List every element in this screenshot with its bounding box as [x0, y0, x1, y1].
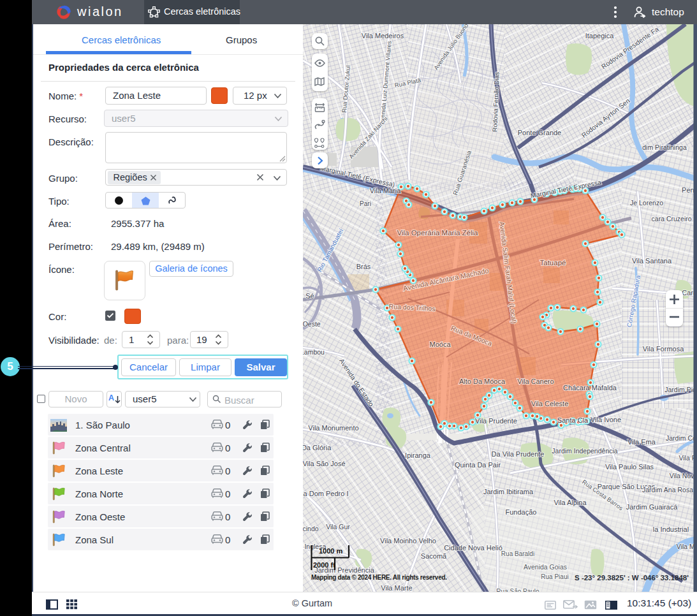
svg-text:Itapegica: Itapegica [585, 32, 615, 40]
svg-text:Jardim Ana Rosa: Jardim Ana Rosa [642, 486, 693, 494]
svg-text:Vila Canero: Vila Canero [517, 378, 554, 385]
svg-text:Vila Dom Pedro I: Vila Dom Pedro I [303, 490, 348, 497]
svg-text:Da Vila Prudente: Da Vila Prudente [492, 450, 545, 458]
svg-text:Tatuapé: Tatuapé [540, 259, 566, 267]
svg-text:Ponte Grande: Ponte Grande [518, 129, 562, 136]
svg-text:Mapping data © 2024 HERE. All: Mapping data © 2024 HERE. All rights res… [311, 574, 447, 581]
svg-text:m Da Glória: m Da Glória [303, 444, 332, 451]
svg-text:Vila Nova: Vila Nova [670, 472, 697, 480]
svg-text:2000 ft: 2000 ft [313, 561, 335, 569]
svg-text:Rua Piaui: Rua Piaui [541, 573, 568, 580]
svg-text:Jardim Guairacá: Jardim Guairacá [626, 503, 679, 511]
svg-text:Brás: Brás [356, 263, 371, 270]
svg-text:Cidade Nova Helió: Cidade Nova Helió [444, 544, 503, 552]
svg-text:Vila Medeiros: Vila Medeiros [362, 32, 404, 40]
svg-text:Vila Santana: Vila Santana [632, 257, 672, 265]
svg-text:Lambou: Lambou [303, 348, 325, 356]
svg-text:Vila Formosa: Vila Formosa [643, 345, 684, 353]
svg-text:S -23° 29.3825' : W -046° 33.1: S -23° 29.3825' : W -046° 33.1848' [575, 574, 689, 582]
svg-text:Vila Alpina: Vila Alpina [554, 499, 587, 506]
svg-text:Vila Ivone: Vila Ivone [591, 416, 621, 423]
svg-text:Moóca: Moóca [429, 341, 451, 348]
svg-text:Vila Prudente: Vila Prudente [475, 417, 517, 425]
svg-text:Sacomã: Sacomã [421, 552, 447, 560]
svg-text:Alto Da Móoca: Alto Da Móoca [459, 378, 506, 385]
svg-text:Vila Maria: Vila Maria [370, 187, 402, 194]
svg-text:Vila Marte: Vila Marte [381, 584, 412, 592]
svg-text:Chácara Mafalda: Chácara Mafalda [563, 384, 617, 392]
svg-text:Vila Paulo Silas: Vila Paulo Silas [605, 463, 654, 471]
svg-text:Ipiranga: Ipiranga [405, 451, 431, 459]
svg-text:Pari: Pari [360, 200, 371, 207]
svg-text:Rua Baraldi: Rua Baraldi [501, 550, 534, 557]
svg-text:Vila São José: Vila São José [303, 460, 346, 467]
svg-text:e-Oeste: e-Oeste [303, 320, 321, 328]
svg-text:Jardim Independência: Jardim Independência [552, 447, 617, 455]
svg-text:Jardim Colo: Jardim Colo [666, 434, 697, 442]
svg-text:Santa Cla: Santa Cla [557, 416, 589, 424]
svg-text:Vila Ema: Vila Ema [627, 438, 656, 446]
svg-text:dim Piratininga: dim Piratininga [642, 143, 687, 151]
svg-text:cara Cruzeiro I: cara Cruzeiro I [652, 215, 696, 223]
svg-text:Vila Celeste: Vila Celeste [531, 400, 569, 407]
svg-text:mercindo: mercindo [303, 525, 319, 532]
svg-text:Vila Operária Maria Zélia: Vila Operária Maria Zélia [397, 229, 479, 237]
svg-text:Jardim Ibitirama: Jardim Ibitirama [483, 488, 534, 495]
svg-text:Fundação: Fundação [506, 508, 537, 516]
svg-text:Sé: Sé [305, 292, 314, 300]
svg-text:Vila Moinho Velho: Vila Moinho Velho [380, 537, 436, 545]
svg-text:Vila Monumento: Vila Monumento [308, 424, 358, 432]
svg-text:Avenida Goias: Avenida Goias [524, 563, 567, 571]
svg-text:la Industrial: la Industrial [653, 525, 689, 533]
svg-text:Vila Gur: Vila Gur [326, 523, 350, 531]
svg-text:1000 m: 1000 m [319, 547, 343, 555]
svg-text:Jardim Piqu: Jardim Piqu [664, 386, 697, 393]
svg-text:Quinta Da Pair: Quinta Da Pair [455, 461, 501, 469]
svg-text:Je Lorenzo: Je Lorenzo [630, 199, 663, 207]
